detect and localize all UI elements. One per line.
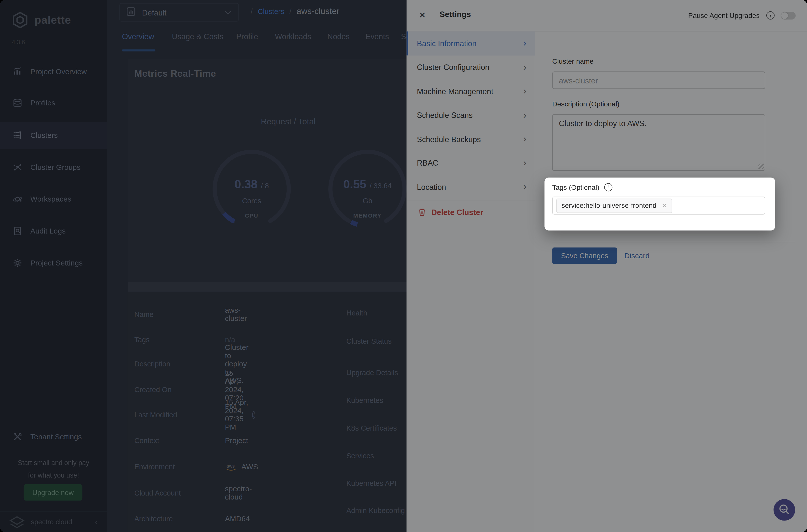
dim-overlay <box>0 0 807 532</box>
tags-spotlight-card: Tags (Optional) i service:hello-universe… <box>544 177 775 230</box>
info-icon[interactable]: i <box>604 183 612 191</box>
tags-input[interactable]: service:hello-universe-frontend ✕ <box>552 196 765 214</box>
remove-tag-icon[interactable]: ✕ <box>662 202 667 209</box>
tags-label: Tags (Optional) <box>552 183 599 191</box>
tag-chip: service:hello-universe-frontend ✕ <box>557 198 672 213</box>
tag-chip-label: service:hello-universe-frontend <box>561 202 656 209</box>
app-window: Default / Clusters / aws-cluster Overvie… <box>0 0 807 532</box>
